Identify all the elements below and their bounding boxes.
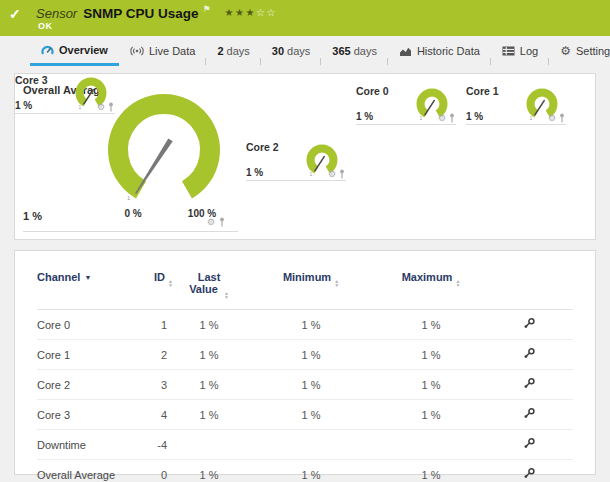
tab-live-data[interactable]: Live Data (119, 36, 206, 66)
gear-icon[interactable]: ⚙ (207, 218, 215, 227)
minimum-value (245, 430, 377, 460)
tab-label: Live Data (149, 45, 195, 57)
pin-icon[interactable] (558, 113, 566, 123)
sensor-heading: SensorSNMP CPU Usage⚑★★★☆☆ (36, 4, 277, 22)
channel-id: 2 (145, 340, 173, 370)
gear-icon[interactable]: ⚙ (438, 114, 446, 123)
gauge-card-core-1: Core 1 1 1 %⚙ (466, 85, 566, 125)
maximum-value: 1 % (377, 400, 485, 430)
flag-icon[interactable]: ⚑ (203, 4, 211, 14)
svg-text:1: 1 (420, 115, 423, 121)
maximum-value (377, 430, 485, 460)
tab-bar: OverviewLive Data2days30days365daysHisto… (0, 36, 610, 66)
tab-label: 365days (332, 45, 377, 57)
gauge-icon (41, 44, 54, 56)
channels-panel: Channel▼ID▲▼Last Value ▲▼Minimum▲▼Maximu… (14, 250, 596, 475)
channel-name[interactable]: Downtime (37, 430, 145, 460)
gauge-corner-icons: ⚙ (548, 113, 566, 123)
last-value (173, 430, 245, 460)
gauge-card-core-3: Core 3 1 1 %⚙ (15, 74, 115, 114)
sensor-title: SNMP CPU Usage (83, 6, 198, 21)
channel-name[interactable]: Overall Average (37, 460, 145, 482)
overall-average-gauge: 1 (104, 90, 224, 210)
channel-name[interactable]: Core 1 (37, 340, 145, 370)
maximum-value: 1 % (377, 340, 485, 370)
maximum-value: 1 % (377, 370, 485, 400)
gauge-card-core-0: Core 0 1 1 %⚙ (356, 85, 456, 125)
gear-icon[interactable]: ⚙ (328, 170, 336, 179)
pin-icon[interactable] (218, 217, 226, 227)
gauge-card-core-2: Core 2 1 1 %⚙ (246, 141, 346, 181)
gauge-corner-icons: ⚙ (438, 113, 456, 123)
column-header-maximum[interactable]: Maximum▲▼ (377, 271, 485, 310)
tab-30-days[interactable]: 30days (261, 36, 322, 66)
sensor-kind-label: Sensor (36, 6, 77, 21)
gear-icon[interactable]: ⚙ (97, 103, 105, 112)
gauge-value: 1 % (466, 111, 483, 122)
gauge-title: Core 0 (356, 85, 389, 97)
tab-historic-data[interactable]: Historic Data (388, 36, 491, 66)
svg-text:1: 1 (310, 171, 313, 177)
minimum-value: 1 % (245, 310, 377, 340)
channel-id: 4 (145, 400, 173, 430)
pin-icon[interactable] (107, 102, 115, 112)
star-empty-icon[interactable]: ☆ (256, 7, 266, 18)
gauge-corner-icons: ⚙ (328, 169, 346, 179)
tab-settings[interactable]: ⚙Settings (549, 36, 610, 66)
pin-icon[interactable] (448, 113, 456, 123)
channel-id: 0 (145, 460, 173, 482)
sort-icon: ▲▼ (168, 279, 173, 287)
wrench-icon[interactable] (523, 407, 536, 422)
tab-365-days[interactable]: 365days (321, 36, 388, 66)
last-value: 1 % (173, 310, 245, 340)
sort-icon: ▲▼ (224, 291, 229, 299)
svg-text:1: 1 (127, 195, 131, 201)
star-empty-icon[interactable]: ☆ (266, 7, 276, 18)
channel-id: 1 (145, 310, 173, 340)
last-value: 1 % (173, 460, 245, 482)
table-header-row: Channel▼ID▲▼Last Value ▲▼Minimum▲▼Maximu… (37, 271, 573, 310)
svg-text:1: 1 (530, 115, 533, 121)
column-header-minimum[interactable]: Minimum▲▼ (245, 271, 377, 310)
tab-log[interactable]: Log (491, 36, 549, 66)
channel-name[interactable]: Core 2 (37, 370, 145, 400)
maximum-value: 1 % (377, 310, 485, 340)
gauge-title: Core 1 (466, 85, 499, 97)
channel-name[interactable]: Core 0 (37, 310, 145, 340)
gear-icon: ⚙ (560, 44, 571, 58)
tab-2-days[interactable]: 2days (206, 36, 260, 66)
tab-overview[interactable]: Overview (30, 36, 119, 66)
wrench-icon[interactable] (523, 437, 536, 452)
prtg-sensor-page: ✓ SensorSNMP CPU Usage⚑★★★☆☆ OK Overview… (0, 0, 610, 482)
wrench-icon[interactable] (523, 467, 536, 482)
column-header-channel[interactable]: Channel▼ (37, 271, 145, 310)
wrench-icon[interactable] (523, 317, 536, 332)
channels-table: Channel▼ID▲▼Last Value ▲▼Minimum▲▼Maximu… (37, 271, 573, 482)
priority-stars[interactable]: ★★★☆☆ (225, 7, 277, 18)
gauge-corner-icons: ⚙ (97, 102, 115, 112)
status-badge: OK (38, 21, 52, 31)
channel-name[interactable]: Core 3 (37, 400, 145, 430)
star-filled-icon[interactable]: ★ (235, 7, 245, 18)
last-value: 1 % (173, 370, 245, 400)
channel-id: -4 (145, 430, 173, 460)
gauge-title: Core 3 (15, 74, 48, 86)
wrench-icon[interactable] (523, 347, 536, 362)
star-filled-icon[interactable]: ★ (246, 7, 256, 18)
pin-icon[interactable] (338, 169, 346, 179)
svg-text:1: 1 (79, 104, 82, 110)
tab-label: Historic Data (417, 45, 480, 57)
gauge-value: 1 % (15, 100, 32, 111)
table-row-downtime: Downtime-4 (37, 430, 573, 460)
table-row-core-1: Core 121 %1 %1 % (37, 340, 573, 370)
column-header-actions (485, 271, 573, 310)
wrench-icon[interactable] (523, 377, 536, 392)
channel-id: 3 (145, 370, 173, 400)
star-filled-icon[interactable]: ★ (225, 7, 235, 18)
column-header-last-value[interactable]: Last Value ▲▼ (173, 271, 245, 310)
gear-icon[interactable]: ⚙ (548, 114, 556, 123)
gauge-value: 1 % (246, 167, 263, 178)
check-icon: ✓ (9, 6, 21, 22)
column-header-id[interactable]: ID▲▼ (145, 271, 173, 310)
tab-label: Overview (59, 44, 108, 56)
